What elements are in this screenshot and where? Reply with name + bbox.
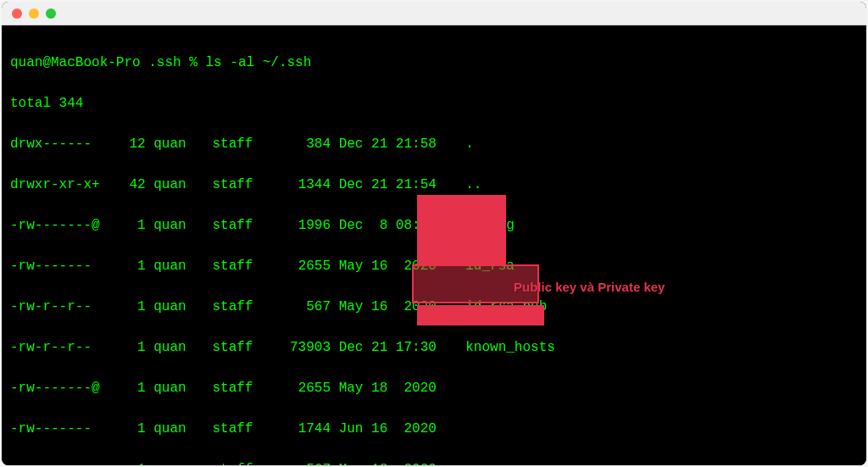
redaction-box-2 [417,305,544,325]
command-text: ls -al ~/.ssh [205,55,311,70]
list-item: -rw------- 1 quan staff 1744 Jun 16 2020 [10,419,858,439]
prompt-line-1: quan@MacBook-Pro .ssh % ls -al ~/.ssh [10,53,858,73]
list-item: -rw-r--r-- 1 quan staff 567 May 18 2020 [10,459,858,465]
list-item: drwx------ 12 quan staff 384 Dec 21 21:5… [10,134,858,154]
terminal-body[interactable]: quan@MacBook-Pro .ssh % ls -al ~/.ssh to… [2,25,866,465]
minimize-icon[interactable] [29,8,39,19]
prompt-user: quan [10,55,42,70]
redaction-box-1 [417,195,506,264]
titlebar [2,2,866,25]
prompt-host: MacBook-Pro [51,55,141,70]
maximize-icon[interactable] [46,8,56,19]
terminal-window: quan@MacBook-Pro .ssh % ls -al ~/.ssh to… [2,2,866,465]
list-item: -rw-r--r-- 1 quan staff 73903 Dec 21 17:… [10,337,858,358]
prompt-symbol: % [189,55,198,70]
total-line: total 344 [10,93,858,114]
list-item: drwxr-xr-x+ 42 quan staff 1344 Dec 21 21… [10,175,858,195]
prompt-dir: .ssh [148,55,181,70]
list-item: -rw-------@ 1 quan staff 2655 May 18 202… [10,378,858,398]
close-icon[interactable] [12,8,22,19]
annotation-label: Public key và Private key [514,277,665,297]
